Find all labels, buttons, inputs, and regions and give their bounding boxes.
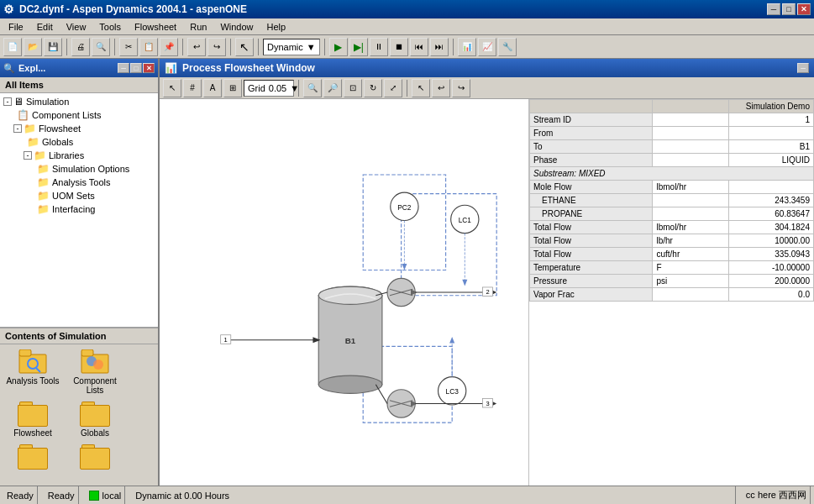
flowsheet-label: Flowsheet xyxy=(39,123,81,134)
fs-fit[interactable]: ⊡ xyxy=(344,79,362,97)
contents-analysis-tools[interactable]: Analysis Tools xyxy=(3,348,62,396)
tree-view: - 🖥 Simulation 📋 Component Lists - 📁 Flo… xyxy=(0,93,158,327)
rewind-button[interactable]: ⏮ xyxy=(410,38,428,56)
all-items-label: All Items xyxy=(5,80,44,90)
globals-big-icon xyxy=(80,402,110,427)
substream-row: Substream: MIXED xyxy=(530,167,814,181)
tree-uom-sets[interactable]: 📁 UOM Sets xyxy=(2,189,156,202)
contents-header: Contents of Simulation xyxy=(0,328,158,344)
minimize-button[interactable]: ─ xyxy=(767,3,780,15)
fast-forward[interactable]: ⏭ xyxy=(430,38,449,56)
tree-analysis-tools[interactable]: 📁 Analysis Tools xyxy=(2,176,156,189)
status-left: Ready xyxy=(3,486,38,504)
undo-button[interactable]: ↩ xyxy=(187,38,206,56)
stream-table: Simulation Demo Stream ID 1 From To xyxy=(528,99,814,486)
tools-button[interactable]: 🔧 xyxy=(498,38,517,56)
fs-zoom-out[interactable]: 🔎 xyxy=(323,79,342,97)
close-button[interactable]: ✕ xyxy=(797,3,811,15)
menu-window[interactable]: Window xyxy=(213,20,260,34)
fs-zoom-in[interactable]: 🔍 xyxy=(303,79,322,97)
explorer-title: Expl... xyxy=(18,63,45,73)
step-button[interactable]: ▶| xyxy=(349,38,368,56)
mode-dropdown[interactable]: Dynamic ▼ xyxy=(263,39,320,55)
fs-select-tool[interactable]: ↖ xyxy=(163,79,181,97)
svg-text:LC3: LC3 xyxy=(446,387,460,396)
tree-libraries[interactable]: - 📁 Libraries xyxy=(2,149,156,162)
chart-button[interactable]: 📊 xyxy=(458,38,476,56)
fs-rotate[interactable]: ↻ xyxy=(364,79,382,97)
tree-flowsheet[interactable]: - 📁 Flowsheet xyxy=(2,122,156,135)
menu-run[interactable]: Run xyxy=(183,20,213,34)
flowsheet-content: PC2 LC1 LC3 B1 xyxy=(160,99,814,486)
expand-flowsheet[interactable]: - xyxy=(13,124,22,133)
flowsheet-minimize[interactable]: ─ xyxy=(797,63,809,73)
redo-button[interactable]: ↪ xyxy=(207,38,226,56)
total-flow-molar-label: Total Flow xyxy=(530,221,653,234)
contents-extra1[interactable] xyxy=(3,443,62,482)
flowsheet-win-icon: 📊 xyxy=(165,62,177,74)
extra1-label xyxy=(32,471,34,480)
contents-flowsheet[interactable]: Flowsheet xyxy=(3,400,62,439)
menu-edit[interactable]: Edit xyxy=(30,20,60,34)
extra2-label xyxy=(94,471,97,480)
sep4 xyxy=(230,39,231,55)
total-flow-molar-unit: lbmol/hr xyxy=(653,221,728,234)
tree-component-lists[interactable]: 📋 Component Lists xyxy=(2,108,156,122)
fs-redo[interactable]: ↪ xyxy=(452,79,470,97)
mode-label: Dynamic xyxy=(267,42,303,52)
phase-row: Phase LIQUID xyxy=(530,154,814,167)
tree-interfacing[interactable]: 📁 Interfacing xyxy=(2,202,156,216)
cut-button[interactable]: ✂ xyxy=(119,38,138,56)
expand-libraries[interactable]: - xyxy=(24,151,32,160)
paste-button[interactable]: 📌 xyxy=(160,38,178,56)
fs-mirror[interactable]: ⤢ xyxy=(384,79,402,97)
maximize-button[interactable]: □ xyxy=(782,3,796,15)
print-preview[interactable]: 🔍 xyxy=(92,38,110,56)
canvas-area[interactable]: PC2 LC1 LC3 B1 xyxy=(160,99,528,486)
fs-grid-toggle[interactable]: ⊞ xyxy=(223,79,242,97)
from-unit xyxy=(653,127,728,140)
explorer-minimize[interactable]: ─ xyxy=(118,63,129,73)
fs-pointer[interactable]: ↖ xyxy=(412,79,430,97)
uom-sets-icon: 📁 xyxy=(37,190,50,202)
total-flow-molar-row: Total Flow lbmol/hr 304.1824 xyxy=(530,221,814,234)
tree-simulation[interactable]: - 🖥 Simulation xyxy=(2,95,156,108)
vapor-frac-value: 0.0 xyxy=(728,288,813,302)
stream-id-row: Stream ID 1 xyxy=(530,113,814,127)
tree-globals[interactable]: 📁 Globals xyxy=(2,135,156,149)
menu-flowsheet[interactable]: Flowsheet xyxy=(128,20,183,34)
explorer-close[interactable]: ✕ xyxy=(143,63,155,73)
menu-file[interactable]: File xyxy=(2,20,30,34)
extra2-icon xyxy=(80,444,110,470)
col-value: Simulation Demo xyxy=(728,100,813,113)
pause-button[interactable]: ⏸ xyxy=(370,38,388,56)
expand-simulation[interactable]: - xyxy=(3,97,12,106)
menu-view[interactable]: View xyxy=(60,20,93,34)
app-icon: ⚙ xyxy=(3,3,14,16)
contents-extra2[interactable] xyxy=(66,443,124,482)
fs-connect-tool[interactable]: # xyxy=(183,79,202,97)
copy-button[interactable]: 📋 xyxy=(139,38,158,56)
play-button[interactable]: ▶ xyxy=(329,38,348,56)
vapor-frac-row: Vapor Frac 0.0 xyxy=(530,288,814,302)
fs-label-tool[interactable]: A xyxy=(203,79,222,97)
save-button[interactable]: 💾 xyxy=(44,38,62,56)
col-unit xyxy=(653,100,728,113)
sim-options-label: Simulation Options xyxy=(52,164,129,174)
contents-component-lists[interactable]: Component Lists xyxy=(66,348,124,396)
menu-help[interactable]: Help xyxy=(260,20,293,34)
contents-globals[interactable]: Globals xyxy=(66,400,124,439)
pointer-button[interactable]: ↖ xyxy=(235,38,254,56)
stream-id-unit xyxy=(653,113,728,127)
new-button[interactable]: 📄 xyxy=(3,38,22,56)
tree-sim-options[interactable]: 📁 Simulation Options xyxy=(2,162,156,176)
explorer-maximize[interactable]: □ xyxy=(130,63,142,73)
print-button[interactable]: 🖨 xyxy=(71,38,90,56)
fs-grid-dropdown[interactable]: Grid 0.05 ▼ xyxy=(244,80,294,97)
open-button[interactable]: 📂 xyxy=(24,38,42,56)
stop-button[interactable]: ⏹ xyxy=(390,38,408,56)
menu-tools[interactable]: Tools xyxy=(92,20,128,34)
data-button[interactable]: 📈 xyxy=(478,38,496,56)
fs-undo[interactable]: ↩ xyxy=(432,79,450,97)
interfacing-icon: 📁 xyxy=(37,203,50,215)
